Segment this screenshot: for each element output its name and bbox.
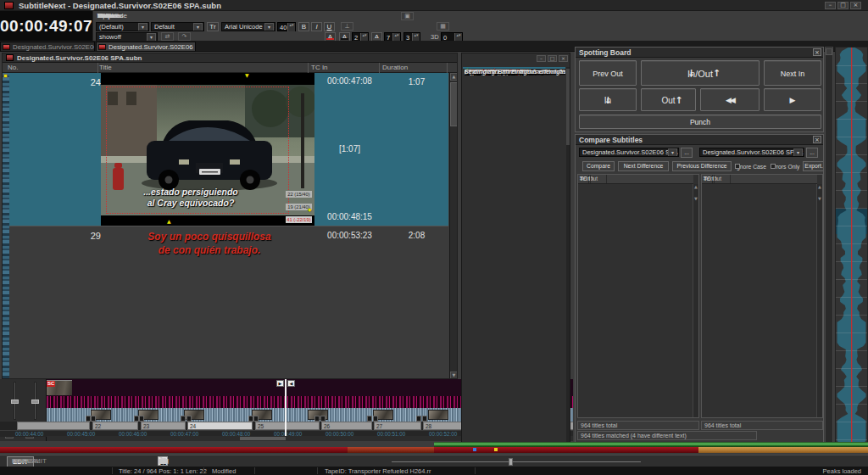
shuttle-handle[interactable] [509, 458, 513, 466]
subtitle-block[interactable]: 24 [187, 422, 253, 430]
cue-marker [186, 416, 192, 422]
close-icon[interactable]: × [559, 55, 568, 62]
compare-file-right-select[interactable]: Designated.Survivor.S02E06 SPA 2.subn [699, 148, 804, 157]
underline-button[interactable]: U [324, 22, 335, 31]
errors-only-checkbox[interactable]: Errors Only [771, 161, 799, 171]
checkbox-icon [735, 164, 740, 169]
table-scrollbar[interactable]: ▲▼ [816, 184, 822, 417]
mode-tab-live[interactable]: LIVE [7, 456, 31, 466]
valign-bottom-icon[interactable]: ⊥ [341, 22, 353, 31]
italic-button[interactable]: I [311, 22, 322, 31]
browse-right-button[interactable]: ... [806, 148, 818, 158]
duration-value: 2:08 [385, 231, 448, 240]
close-icon[interactable]: × [813, 136, 821, 143]
tc-in-value: 00:00:53:23 [314, 231, 385, 240]
scroll-thumb[interactable] [450, 82, 458, 126]
next-in-button[interactable]: Next In [764, 60, 821, 86]
sync-icon[interactable]: ⇄ [161, 32, 174, 41]
close-icon[interactable]: × [813, 48, 821, 56]
subtitle-row-selected[interactable]: 24 00:00:47:08 [1:07] 00:00:48:15 1:07 [9, 73, 448, 226]
tab-document-2[interactable]: Designated.Survivor.S02E06 SPA.subn [96, 42, 196, 52]
font-size-stepper[interactable]: 40 [277, 22, 296, 31]
in-out-button[interactable]: ↓ In/Out ↑ [641, 60, 760, 86]
column-title[interactable]: Title [99, 64, 112, 71]
cue-marker [314, 416, 320, 422]
font-family-select[interactable]: Arial Unicode MS [221, 22, 275, 31]
video-preview[interactable]: ...estado persiguiendo al Cray equivocad… [101, 73, 314, 226]
column-tc-in[interactable]: TC In [311, 64, 328, 71]
slider-handle[interactable] [31, 400, 39, 404]
panel-layers-icon[interactable]: ▦ [437, 22, 449, 31]
menu-item-help[interactable]: Help [95, 11, 114, 20]
scroll-up-icon[interactable]: ▲ [450, 73, 458, 81]
restore-icon[interactable]: □ [548, 55, 557, 62]
table-scrollbar[interactable]: ▲▼ [693, 184, 698, 417]
app-icon [4, 2, 14, 9]
playhead[interactable] [285, 379, 287, 436]
ignore-case-checkbox[interactable]: Ignore Case [735, 161, 766, 171]
browse-left-button[interactable]: ... [681, 148, 693, 158]
subtitle-block[interactable]: 27 [374, 422, 421, 430]
scroll-down-icon[interactable]: ▼ [450, 372, 458, 379]
cue-marker [139, 416, 144, 422]
play-button[interactable]: ▶ [764, 88, 821, 111]
export-button[interactable]: Export... [803, 161, 824, 171]
text-style-button[interactable]: Tr [207, 22, 219, 31]
table-body: 100:00:00:0000:00:02:04Anteriormente en2… [702, 184, 818, 418]
slider-handle[interactable] [11, 400, 19, 404]
subtitle-block[interactable]: 26 [321, 422, 372, 430]
subtitle-block[interactable]: 22 [92, 422, 138, 430]
panel-title: Compare Subtitles [579, 136, 643, 144]
title-bar: SubtitleNext - Designated.Survivor.S02E0… [0, 0, 868, 11]
shuttle-slider[interactable] [392, 461, 641, 462]
status-bar: Title: 24 / 964 Pos: 1: 1 Len: 22 Modifi… [0, 467, 868, 475]
block-number: 26 [324, 423, 330, 430]
rewind-button[interactable]: ◀◀ [700, 88, 760, 111]
in-button[interactable]: ↓ In [579, 88, 637, 111]
preview-list: Hubo actividad enuna de las cuentas.....… [463, 67, 565, 445]
subtitle-block[interactable]: 23 [141, 422, 186, 430]
compare-button[interactable]: Compare [582, 161, 615, 171]
minimize-icon[interactable]: – [825, 2, 836, 9]
settings-button[interactable]: ⚙ [158, 456, 168, 466]
tc-duration-value: [1:07] [314, 144, 385, 154]
preview-item[interactable]: Se dirigía a Bahrein [463, 67, 565, 69]
subtitle-row[interactable]: 29Soy un poco quisquillosade con quién t… [9, 226, 448, 263]
compare-table-left: # TC In TC Out Text 100:00:00:0000:00:02… [577, 174, 699, 418]
column-duration[interactable]: Duration [382, 64, 408, 71]
layer-preset-select[interactable]: Default [151, 22, 204, 31]
bold-button[interactable]: B [298, 22, 309, 31]
vertical-audio-strip[interactable] [3, 73, 9, 379]
close-icon[interactable]: × [850, 2, 861, 9]
redo-icon[interactable]: ↷ [178, 32, 191, 41]
list-scrollbar[interactable]: ▲ ▼ [449, 73, 458, 379]
grid-view-icon[interactable]: ▣ [401, 12, 414, 20]
punch-button[interactable]: Punch [579, 115, 821, 129]
style-preset-select[interactable]: (Default) [96, 22, 149, 31]
progress-bar-orange [698, 447, 868, 453]
previous-difference-button[interactable]: Previous Difference [672, 161, 732, 171]
scroll-thumb[interactable] [566, 69, 570, 145]
tab-document-1[interactable]: Designated.Survivor.S02E06 SPA 2.subn [0, 42, 95, 52]
playhead-in-flag[interactable]: ▶ [276, 380, 284, 387]
scroll-thumb[interactable] [826, 48, 832, 55]
out-button[interactable]: Out ↑ [641, 88, 696, 111]
subtitle-block[interactable]: 25 [255, 422, 320, 430]
column-no[interactable]: No. [8, 64, 18, 71]
scene-change-marker: SC [47, 381, 55, 387]
top-marker-icon: ▼ [245, 73, 249, 78]
preview-scrollbar[interactable] [566, 67, 570, 445]
right-scrollbar[interactable] [825, 47, 833, 450]
prev-out-button[interactable]: Prev Out [579, 60, 637, 86]
restore-icon[interactable]: □ [837, 2, 849, 9]
scroll-thumb[interactable] [240, 437, 286, 440]
cue-marker [134, 416, 139, 422]
playhead-out-flag[interactable]: ◀ [287, 380, 295, 387]
compare-file-left-select[interactable]: Designated.Survivor.S02E06 SPA.subn [579, 148, 679, 157]
minimize-icon[interactable]: – [537, 55, 546, 62]
progress-bar-segment [348, 447, 434, 453]
vertical-waveform-strip[interactable] [835, 47, 868, 450]
list-header: No. Title TC In Duration [3, 63, 457, 73]
subtitle-block[interactable] [17, 422, 90, 430]
next-difference-button[interactable]: Next Difference [618, 161, 669, 171]
